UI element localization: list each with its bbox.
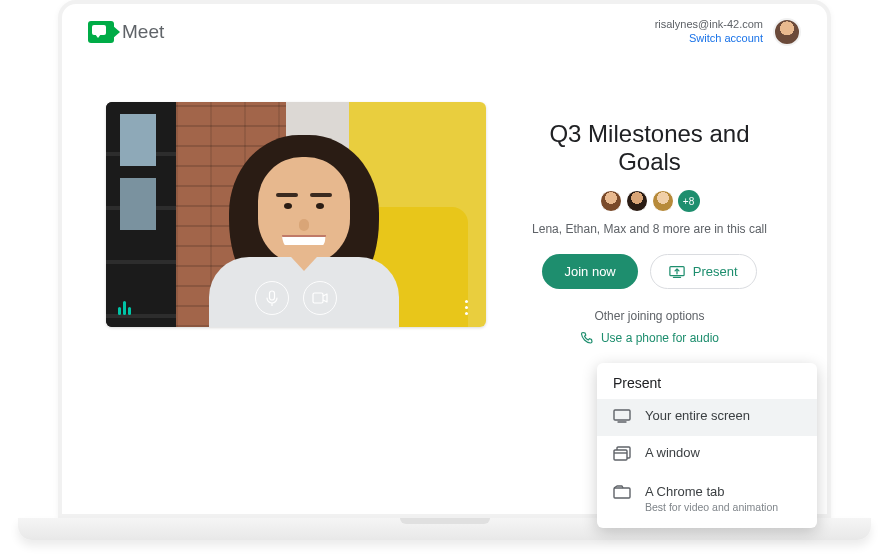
audio-level-icon bbox=[118, 301, 131, 315]
self-video-preview bbox=[106, 102, 486, 327]
action-buttons: Join now Present bbox=[516, 254, 783, 289]
meet-logo-icon bbox=[88, 21, 114, 43]
present-button-label: Present bbox=[693, 264, 738, 279]
participants-avatars: +8 bbox=[516, 190, 783, 212]
phone-icon bbox=[580, 331, 594, 345]
mute-mic-button[interactable] bbox=[255, 281, 289, 315]
header: Meet risalynes@ink-42.com Switch account bbox=[62, 4, 827, 54]
video-controls bbox=[255, 281, 337, 315]
account-area: risalynes@ink-42.com Switch account bbox=[655, 18, 801, 46]
meeting-title: Q3 Milestones and Goals bbox=[516, 120, 783, 176]
participant-avatar bbox=[600, 190, 622, 212]
account-email: risalynes@ink-42.com bbox=[655, 18, 763, 32]
window-stack-icon bbox=[613, 446, 631, 466]
svg-rect-1 bbox=[313, 293, 323, 303]
present-menu-title: Present bbox=[597, 375, 817, 399]
svg-rect-4 bbox=[614, 450, 627, 460]
use-phone-link[interactable]: Use a phone for audio bbox=[580, 331, 719, 345]
present-option-entire-screen[interactable]: Your entire screen bbox=[597, 399, 817, 436]
participant-avatar bbox=[626, 190, 648, 212]
main-content: Q3 Milestones and Goals +8 Lena, Ethan, … bbox=[62, 54, 827, 349]
use-phone-label: Use a phone for audio bbox=[601, 331, 719, 345]
present-option-chrome-tab[interactable]: A Chrome tab Best for video and animatio… bbox=[597, 475, 817, 522]
meeting-info: Q3 Milestones and Goals +8 Lena, Ethan, … bbox=[516, 102, 783, 349]
present-option-label: A Chrome tab bbox=[645, 484, 778, 499]
present-screen-icon bbox=[669, 265, 685, 279]
user-avatar[interactable] bbox=[773, 18, 801, 46]
brand: Meet bbox=[88, 21, 164, 43]
svg-rect-3 bbox=[614, 410, 630, 420]
present-option-hint: Best for video and animation bbox=[645, 501, 778, 513]
present-option-window[interactable]: A window bbox=[597, 436, 817, 475]
participant-avatar bbox=[652, 190, 674, 212]
brand-name: Meet bbox=[122, 21, 164, 43]
present-option-label: Your entire screen bbox=[645, 408, 750, 423]
svg-rect-0 bbox=[270, 291, 275, 300]
tab-icon bbox=[613, 485, 631, 503]
monitor-icon bbox=[613, 409, 631, 427]
present-option-label: A window bbox=[645, 445, 700, 460]
present-menu: Present Your entire screen A window A Ch… bbox=[597, 363, 817, 528]
video-more-options-button[interactable] bbox=[458, 300, 474, 315]
toggle-camera-button[interactable] bbox=[303, 281, 337, 315]
video-bg-window bbox=[106, 102, 176, 327]
switch-account-link[interactable]: Switch account bbox=[655, 32, 763, 46]
other-options-label: Other joining options bbox=[516, 309, 783, 323]
present-button[interactable]: Present bbox=[650, 254, 757, 289]
join-now-button[interactable]: Join now bbox=[542, 254, 637, 289]
svg-rect-5 bbox=[614, 488, 630, 498]
participants-more-badge: +8 bbox=[678, 190, 700, 212]
participants-text: Lena, Ethan, Max and 8 more are in this … bbox=[516, 222, 783, 236]
